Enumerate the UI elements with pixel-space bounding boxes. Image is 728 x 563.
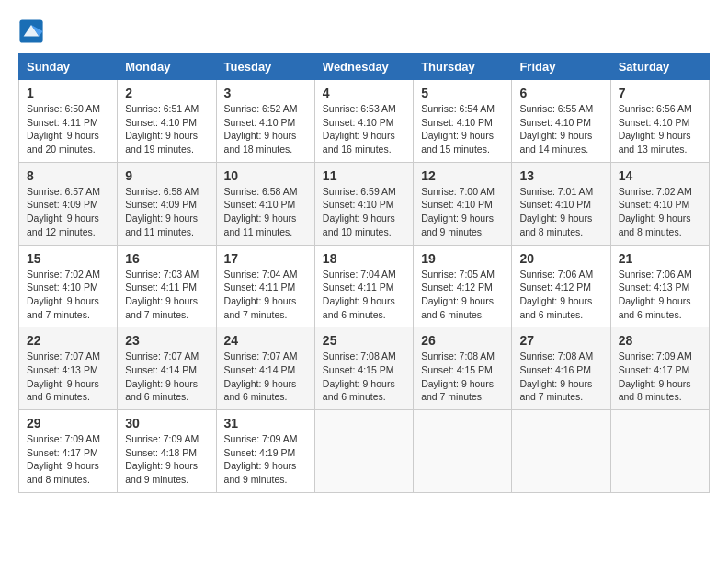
day-number: 12	[421, 168, 504, 183]
day-info: Sunrise: 7:09 AMSunset: 4:17 PMDaylight:…	[619, 350, 701, 404]
calendar-cell: 4Sunrise: 6:53 AMSunset: 4:10 PMDaylight…	[314, 80, 413, 163]
calendar-header-row: SundayMondayTuesdayWednesdayThursdayFrid…	[19, 54, 710, 80]
day-number: 5	[421, 86, 504, 100]
day-info: Sunrise: 6:51 AMSunset: 4:10 PMDaylight:…	[125, 102, 208, 156]
day-number: 3	[224, 86, 307, 100]
calendar-cell	[610, 410, 709, 493]
day-number: 17	[224, 251, 307, 266]
logo	[18, 18, 48, 44]
calendar-cell: 22Sunrise: 7:07 AMSunset: 4:13 PMDayligh…	[19, 327, 118, 410]
day-number: 1	[27, 86, 109, 100]
calendar-week-row: 8Sunrise: 6:57 AMSunset: 4:09 PMDaylight…	[19, 162, 710, 245]
calendar-cell: 28Sunrise: 7:09 AMSunset: 4:17 PMDayligh…	[610, 327, 709, 410]
column-header-monday: Monday	[118, 54, 216, 80]
day-info: Sunrise: 6:57 AMSunset: 4:09 PMDaylight:…	[27, 185, 109, 239]
calendar-cell: 26Sunrise: 7:08 AMSunset: 4:15 PMDayligh…	[414, 327, 512, 410]
day-number: 2	[125, 86, 208, 100]
day-number: 31	[224, 416, 307, 431]
day-number: 23	[125, 333, 208, 348]
day-number: 7	[619, 86, 701, 100]
calendar-cell: 10Sunrise: 6:58 AMSunset: 4:10 PMDayligh…	[216, 162, 314, 245]
day-number: 18	[323, 251, 405, 266]
day-info: Sunrise: 7:00 AMSunset: 4:10 PMDaylight:…	[421, 185, 504, 239]
day-number: 9	[125, 168, 208, 183]
calendar-cell: 12Sunrise: 7:00 AMSunset: 4:10 PMDayligh…	[414, 162, 512, 245]
column-header-friday: Friday	[512, 54, 610, 80]
day-info: Sunrise: 7:03 AMSunset: 4:11 PMDaylight:…	[125, 268, 208, 322]
day-number: 15	[27, 251, 109, 266]
day-info: Sunrise: 6:50 AMSunset: 4:11 PMDaylight:…	[27, 102, 109, 156]
calendar-cell: 13Sunrise: 7:01 AMSunset: 4:10 PMDayligh…	[512, 162, 610, 245]
calendar-cell: 18Sunrise: 7:04 AMSunset: 4:11 PMDayligh…	[314, 245, 413, 327]
day-info: Sunrise: 6:53 AMSunset: 4:10 PMDaylight:…	[323, 102, 405, 156]
day-info: Sunrise: 7:07 AMSunset: 4:14 PMDaylight:…	[125, 350, 208, 404]
day-number: 13	[519, 168, 602, 183]
day-number: 20	[519, 251, 602, 266]
calendar-cell: 31Sunrise: 7:09 AMSunset: 4:19 PMDayligh…	[216, 410, 314, 493]
calendar-cell: 15Sunrise: 7:02 AMSunset: 4:10 PMDayligh…	[19, 245, 118, 327]
day-info: Sunrise: 7:02 AMSunset: 4:10 PMDaylight:…	[27, 268, 109, 322]
day-info: Sunrise: 7:04 AMSunset: 4:11 PMDaylight:…	[323, 268, 405, 322]
calendar-cell: 14Sunrise: 7:02 AMSunset: 4:10 PMDayligh…	[610, 162, 709, 245]
day-number: 26	[421, 333, 504, 348]
calendar-cell	[414, 410, 512, 493]
day-number: 27	[519, 333, 602, 348]
day-info: Sunrise: 6:59 AMSunset: 4:10 PMDaylight:…	[323, 185, 405, 239]
day-info: Sunrise: 7:06 AMSunset: 4:13 PMDaylight:…	[619, 268, 701, 322]
calendar-cell: 16Sunrise: 7:03 AMSunset: 4:11 PMDayligh…	[118, 245, 216, 327]
day-number: 24	[224, 333, 307, 348]
day-info: Sunrise: 7:07 AMSunset: 4:14 PMDaylight:…	[224, 350, 307, 404]
column-header-sunday: Sunday	[19, 54, 118, 80]
calendar-week-row: 29Sunrise: 7:09 AMSunset: 4:17 PMDayligh…	[19, 410, 710, 493]
calendar-cell: 19Sunrise: 7:05 AMSunset: 4:12 PMDayligh…	[414, 245, 512, 327]
day-info: Sunrise: 7:08 AMSunset: 4:16 PMDaylight:…	[519, 350, 602, 404]
column-header-wednesday: Wednesday	[314, 54, 413, 80]
calendar-cell: 1Sunrise: 6:50 AMSunset: 4:11 PMDaylight…	[19, 80, 118, 163]
calendar-cell: 8Sunrise: 6:57 AMSunset: 4:09 PMDaylight…	[19, 162, 118, 245]
day-number: 29	[27, 416, 109, 431]
calendar-cell: 21Sunrise: 7:06 AMSunset: 4:13 PMDayligh…	[610, 245, 709, 327]
day-number: 21	[619, 251, 701, 266]
day-info: Sunrise: 6:56 AMSunset: 4:10 PMDaylight:…	[619, 102, 701, 156]
calendar-cell	[314, 410, 413, 493]
calendar-cell: 11Sunrise: 6:59 AMSunset: 4:10 PMDayligh…	[314, 162, 413, 245]
calendar-week-row: 22Sunrise: 7:07 AMSunset: 4:13 PMDayligh…	[19, 327, 710, 410]
day-info: Sunrise: 6:58 AMSunset: 4:09 PMDaylight:…	[125, 185, 208, 239]
day-number: 16	[125, 251, 208, 266]
day-number: 25	[323, 333, 405, 348]
calendar-cell: 17Sunrise: 7:04 AMSunset: 4:11 PMDayligh…	[216, 245, 314, 327]
day-number: 28	[619, 333, 701, 348]
day-info: Sunrise: 7:09 AMSunset: 4:18 PMDaylight:…	[125, 432, 208, 487]
day-info: Sunrise: 7:04 AMSunset: 4:11 PMDaylight:…	[224, 268, 307, 322]
calendar-cell: 3Sunrise: 6:52 AMSunset: 4:10 PMDaylight…	[216, 80, 314, 163]
calendar-cell	[512, 410, 610, 493]
calendar-cell: 7Sunrise: 6:56 AMSunset: 4:10 PMDaylight…	[610, 80, 709, 163]
day-number: 11	[323, 168, 405, 183]
calendar-cell: 25Sunrise: 7:08 AMSunset: 4:15 PMDayligh…	[314, 327, 413, 410]
page-header	[18, 18, 710, 44]
day-info: Sunrise: 7:01 AMSunset: 4:10 PMDaylight:…	[519, 185, 602, 239]
day-info: Sunrise: 7:06 AMSunset: 4:12 PMDaylight:…	[519, 268, 602, 322]
calendar-cell: 24Sunrise: 7:07 AMSunset: 4:14 PMDayligh…	[216, 327, 314, 410]
day-number: 19	[421, 251, 504, 266]
day-info: Sunrise: 7:08 AMSunset: 4:15 PMDaylight:…	[323, 350, 405, 404]
day-info: Sunrise: 7:08 AMSunset: 4:15 PMDaylight:…	[421, 350, 504, 404]
day-info: Sunrise: 6:54 AMSunset: 4:10 PMDaylight:…	[421, 102, 504, 156]
day-info: Sunrise: 7:05 AMSunset: 4:12 PMDaylight:…	[421, 268, 504, 322]
calendar-cell: 2Sunrise: 6:51 AMSunset: 4:10 PMDaylight…	[118, 80, 216, 163]
calendar-cell: 29Sunrise: 7:09 AMSunset: 4:17 PMDayligh…	[19, 410, 118, 493]
calendar-week-row: 1Sunrise: 6:50 AMSunset: 4:11 PMDaylight…	[19, 80, 710, 163]
day-number: 4	[323, 86, 405, 100]
day-number: 8	[27, 168, 109, 183]
calendar-cell: 6Sunrise: 6:55 AMSunset: 4:10 PMDaylight…	[512, 80, 610, 163]
calendar-week-row: 15Sunrise: 7:02 AMSunset: 4:10 PMDayligh…	[19, 245, 710, 327]
column-header-tuesday: Tuesday	[216, 54, 314, 80]
calendar-cell: 9Sunrise: 6:58 AMSunset: 4:09 PMDaylight…	[118, 162, 216, 245]
day-info: Sunrise: 6:55 AMSunset: 4:10 PMDaylight:…	[519, 102, 602, 156]
calendar-cell: 20Sunrise: 7:06 AMSunset: 4:12 PMDayligh…	[512, 245, 610, 327]
logo-icon	[18, 18, 44, 44]
day-number: 22	[27, 333, 109, 348]
day-number: 30	[125, 416, 208, 431]
day-info: Sunrise: 7:09 AMSunset: 4:19 PMDaylight:…	[224, 432, 307, 487]
day-info: Sunrise: 7:09 AMSunset: 4:17 PMDaylight:…	[27, 432, 109, 487]
